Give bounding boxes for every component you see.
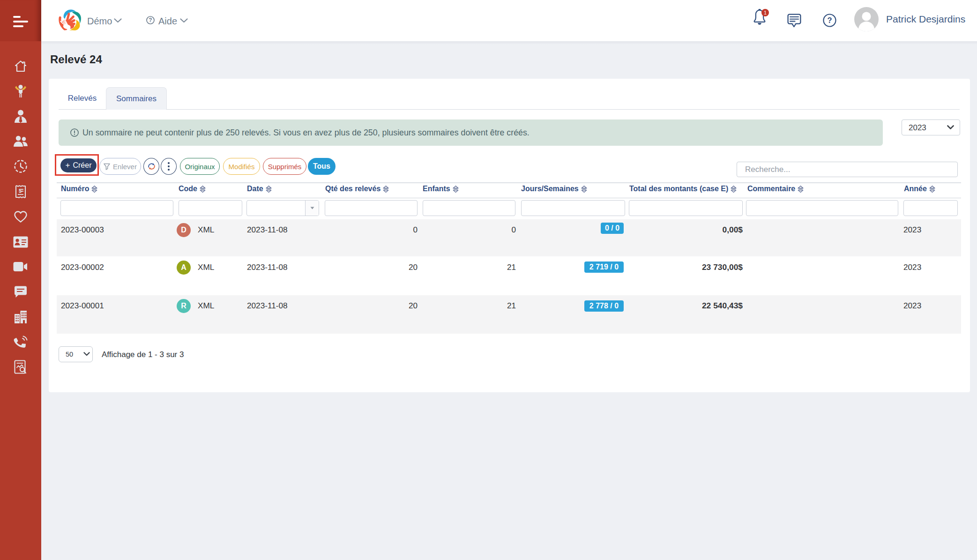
svg-text:$: $: [19, 188, 22, 194]
svg-text:?: ?: [149, 17, 152, 23]
svg-text:?: ?: [827, 16, 832, 24]
